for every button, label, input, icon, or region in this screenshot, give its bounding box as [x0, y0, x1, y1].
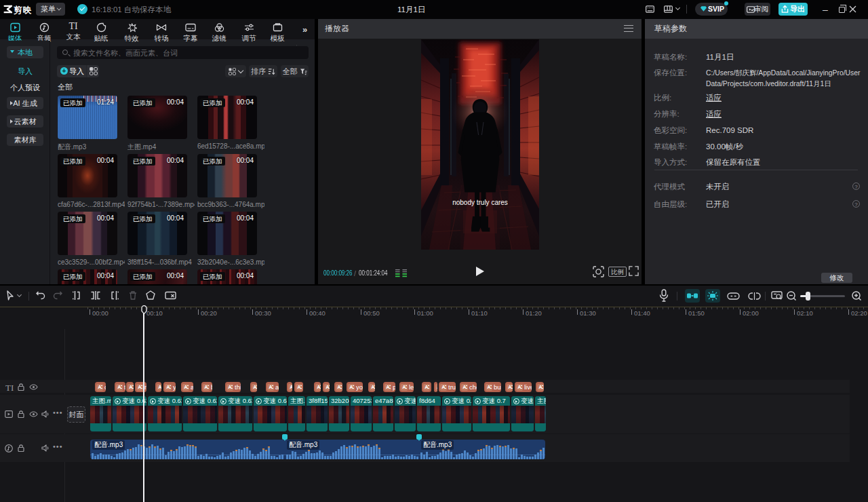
svg-text:nobody truly cares: nobody truly cares	[452, 199, 508, 206]
